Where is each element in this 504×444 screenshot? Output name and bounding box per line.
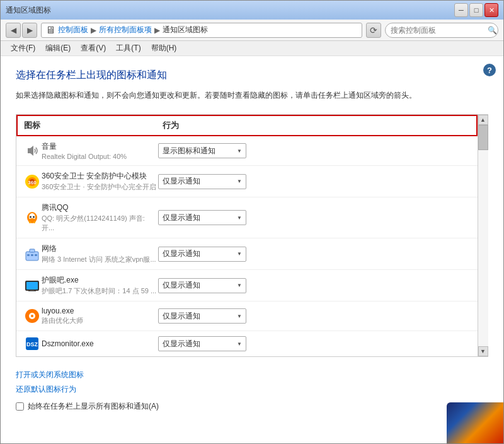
menu-file[interactable]: 文件(F) (6, 41, 40, 56)
title-bar-left: 通知区域图标 (6, 5, 51, 16)
table-wrapper: 图标 行为 音量 (16, 115, 488, 356)
behavior-dropdown[interactable]: 显示图标和通知 ▼ (158, 143, 246, 158)
dropdown-text: 显示图标和通知 (163, 146, 237, 156)
breadcrumb-sep-2: ▶ (154, 26, 160, 35)
window-title: 通知区域图标 (6, 5, 51, 16)
forward-button[interactable]: ▶ (22, 23, 37, 38)
minimize-button[interactable]: ─ (454, 3, 468, 17)
behavior-dropdown[interactable]: 仅显示通知 ▼ (158, 308, 246, 324)
dropdown-text: 仅显示通知 (163, 339, 237, 349)
table-header: 图标 行为 (16, 115, 478, 136)
refresh-button[interactable]: ⟳ (366, 23, 381, 38)
svg-text:DSZ: DSZ (26, 341, 38, 348)
row-name: 腾讯QQ (42, 202, 158, 213)
speaker-icon (25, 144, 39, 158)
svg-rect-10 (29, 221, 31, 223)
table-row: 网络 网络 3 Internet 访问 系统之家vpn服... 仅显示通知 ▼ (16, 238, 478, 270)
breadcrumb-item-2[interactable]: 所有控制面板项 (99, 25, 152, 35)
behavior-dropdown[interactable]: 仅显示通知 ▼ (158, 336, 246, 351)
close-button[interactable]: ✕ (484, 3, 498, 17)
behavior-dropdown[interactable]: 仅显示通知 ▼ (158, 174, 246, 189)
dropdown-text: 仅显示通知 (163, 280, 237, 291)
row-text-area: 护眼吧.exe 护眼吧1.7 下次休息时间：14 点 59 ... (42, 275, 158, 296)
breadcrumb-sep-1: ▶ (91, 26, 96, 35)
svg-marker-0 (28, 146, 33, 156)
menu-help[interactable]: 帮助(H) (146, 41, 182, 56)
table-row: 360 360安全卫士 安全防护中心模块 360安全卫士 · 安全防护中心完全开… (16, 166, 478, 197)
dropdown-arrow-icon: ▼ (237, 251, 242, 257)
row-name: 护眼吧.exe (42, 275, 158, 286)
row-dropdown-area: 仅显示通知 ▼ (158, 308, 471, 324)
header-icon-col: 图标 (24, 120, 163, 131)
icon-table: 图标 行为 音量 (16, 114, 488, 357)
table-row: 护眼吧.exe 护眼吧1.7 下次休息时间：14 点 59 ... 仅显示通知 … (16, 270, 478, 301)
row-icon-area (23, 210, 42, 225)
address-bar: ◀ ▶ 🖥 控制面板 ▶ 所有控制面板项 ▶ 通知区域图标 ⟳ 🔍 (1, 20, 503, 41)
dropdown-arrow-icon: ▼ (237, 178, 242, 184)
row-text-area: 腾讯QQ QQ: 明天夕然(1124241149) 声音: 开... (42, 202, 158, 233)
row-name: luyou.exe (42, 307, 158, 315)
page-description: 如果选择隐藏图标和通知，则不会向您通知更改和更新。若要随时查看隐藏的图标，请单击… (16, 90, 425, 102)
maximize-button[interactable]: □ (469, 3, 483, 17)
row-dropdown-area: 仅显示通知 ▼ (158, 210, 471, 225)
table-main: 图标 行为 音量 (16, 115, 478, 356)
dropdown-arrow-icon: ▼ (237, 283, 242, 288)
dropdown-arrow-icon: ▼ (237, 215, 242, 221)
dropdown-text: 仅显示通知 (163, 248, 237, 259)
desktop-thumbnail (447, 402, 503, 443)
search-bar: 🔍 (385, 23, 498, 38)
row-name: 音量 (42, 141, 158, 152)
breadcrumb-item-1[interactable]: 控制面板 (58, 25, 88, 35)
svg-point-24 (31, 315, 33, 317)
header-behavior-col: 行为 (163, 120, 470, 131)
menu-view[interactable]: 查看(V) (76, 41, 111, 56)
behavior-dropdown[interactable]: 仅显示通知 ▼ (158, 278, 246, 293)
row-text-area: Dszmonitor.exe (42, 339, 158, 349)
dropdown-arrow-icon: ▼ (237, 313, 242, 319)
breadcrumb: 🖥 控制面板 ▶ 所有控制面板项 ▶ 通知区域图标 (41, 23, 362, 38)
row-desc: 360安全卫士 · 安全防护中心完全开启 (42, 182, 158, 192)
bottom-links: 打开或关闭系统图标 还原默认图标行为 始终在任务栏上显示所有图标和通知(A) (16, 370, 488, 412)
search-input[interactable] (391, 26, 485, 35)
table-row: 腾讯QQ QQ: 明天夕然(1124241149) 声音: 开... 仅显示通知… (16, 197, 478, 238)
row-text-area: 网络 网络 3 Internet 访问 系统之家vpn服... (42, 243, 158, 264)
behavior-dropdown[interactable]: 仅显示通知 ▼ (158, 247, 246, 262)
row-text-area: 音量 Realtek Digital Output: 40% (42, 141, 158, 160)
dropdown-text: 仅显示通知 (163, 311, 237, 322)
scroll-down-button[interactable]: ▼ (478, 346, 488, 356)
scroll-track[interactable] (478, 125, 488, 346)
menu-tools[interactable]: 工具(T) (111, 41, 146, 56)
behavior-dropdown[interactable]: 仅显示通知 ▼ (158, 210, 246, 225)
svg-rect-21 (28, 291, 36, 291)
back-button[interactable]: ◀ (6, 23, 21, 38)
open-close-system-icons-link[interactable]: 打开或关闭系统图标 (16, 370, 488, 380)
show-all-icons-checkbox[interactable] (16, 402, 24, 411)
help-button[interactable]: ? (483, 64, 496, 76)
title-bar-controls: ─ □ ✕ (454, 3, 498, 17)
row-name: 网络 (42, 243, 158, 254)
qq-icon (25, 210, 40, 225)
row-desc: 网络 3 Internet 访问 系统之家vpn服... (42, 255, 158, 264)
row-name: Dszmonitor.exe (42, 339, 158, 348)
row-desc: 路由优化大师 (42, 316, 158, 325)
row-icon-area: 360 (23, 174, 42, 189)
svg-point-7 (30, 216, 32, 218)
dropdown-text: 仅显示通知 (163, 213, 237, 223)
scrollbar[interactable]: ▲ ▼ (478, 115, 488, 356)
scroll-up-button[interactable]: ▲ (478, 115, 488, 125)
checkbox-row: 始终在任务栏上显示所有图标和通知(A) (16, 401, 488, 412)
row-icon-area (23, 308, 42, 324)
scroll-thumb[interactable] (478, 125, 488, 150)
router-icon (25, 308, 40, 324)
table-row: luyou.exe 路由优化大师 仅显示通知 ▼ (16, 301, 478, 331)
360-icon: 360 (25, 174, 40, 189)
nav-buttons: ◀ ▶ (6, 23, 37, 38)
svg-rect-19 (26, 282, 38, 289)
restore-default-link[interactable]: 还原默认图标行为 (16, 384, 488, 395)
row-text-area: luyou.exe 路由优化大师 (42, 307, 158, 325)
checkbox-label: 始终在任务栏上显示所有图标和通知(A) (28, 401, 159, 412)
menu-edit[interactable]: 编辑(E) (40, 41, 76, 56)
search-icon: 🔍 (488, 26, 497, 35)
eye-guard-icon (25, 278, 40, 293)
table-row: DSZ Dszmonitor.exe 仅显示通知 ▼ (16, 331, 478, 356)
